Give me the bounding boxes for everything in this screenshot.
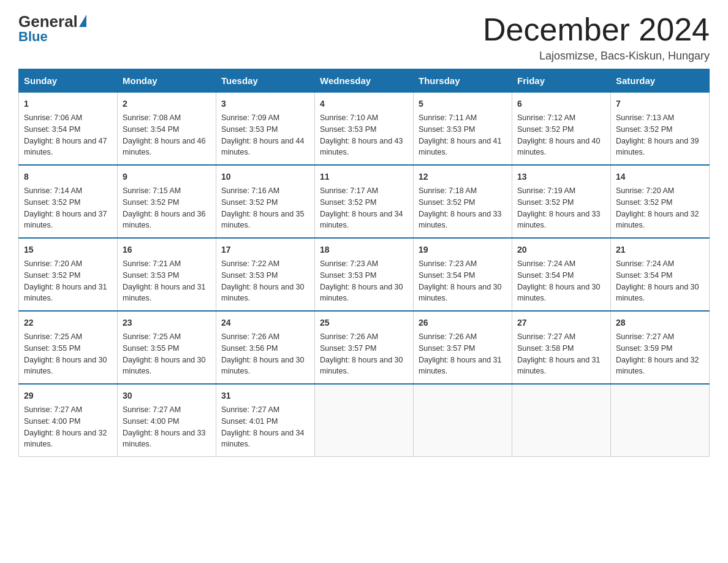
calendar-table: SundayMondayTuesdayWednesdayThursdayFrid…: [18, 69, 710, 457]
day-number: 15: [24, 243, 112, 256]
day-number: 19: [419, 243, 507, 256]
calendar-week-row: 29Sunrise: 7:27 AMSunset: 4:00 PMDayligh…: [19, 384, 710, 457]
sunset-text: Sunset: 3:52 PM: [24, 198, 80, 207]
calendar-cell: 22Sunrise: 7:25 AMSunset: 3:55 PMDayligh…: [19, 311, 118, 384]
page-header: General Blue December 2024 Lajosmizse, B…: [18, 12, 710, 63]
sunset-text: Sunset: 3:53 PM: [123, 271, 179, 280]
daylight-text: Daylight: 8 hours and 30 minutes.: [419, 283, 502, 303]
sunset-text: Sunset: 3:54 PM: [517, 271, 574, 280]
sunset-text: Sunset: 3:57 PM: [320, 344, 376, 353]
day-number: 9: [123, 170, 211, 183]
sunrise-text: Sunrise: 7:27 AM: [221, 405, 279, 414]
sunset-text: Sunset: 3:53 PM: [419, 125, 475, 134]
daylight-text: Daylight: 8 hours and 47 minutes.: [24, 137, 107, 157]
daylight-text: Daylight: 8 hours and 31 minutes.: [123, 283, 206, 303]
sunset-text: Sunset: 3:55 PM: [24, 344, 80, 353]
weekday-header-row: SundayMondayTuesdayWednesdayThursdayFrid…: [19, 69, 710, 93]
sunset-text: Sunset: 3:54 PM: [616, 271, 672, 280]
day-number: 3: [221, 98, 309, 110]
daylight-text: Daylight: 8 hours and 31 minutes.: [517, 356, 601, 376]
daylight-text: Daylight: 8 hours and 34 minutes.: [221, 429, 305, 449]
sunrise-text: Sunrise: 7:20 AM: [24, 259, 82, 268]
calendar-cell: 24Sunrise: 7:26 AMSunset: 3:56 PMDayligh…: [216, 311, 315, 384]
weekday-header-thursday: Thursday: [414, 69, 512, 93]
sunset-text: Sunset: 3:54 PM: [24, 125, 80, 134]
sunrise-text: Sunrise: 7:26 AM: [320, 332, 378, 341]
sunrise-text: Sunrise: 7:17 AM: [320, 186, 378, 195]
daylight-text: Daylight: 8 hours and 30 minutes.: [320, 356, 403, 376]
day-number: 4: [320, 98, 408, 110]
calendar-cell: 31Sunrise: 7:27 AMSunset: 4:01 PMDayligh…: [216, 384, 315, 457]
calendar-cell: 28Sunrise: 7:27 AMSunset: 3:59 PMDayligh…: [611, 311, 710, 384]
calendar-cell: [512, 384, 611, 457]
daylight-text: Daylight: 8 hours and 37 minutes.: [24, 210, 107, 230]
sunrise-text: Sunrise: 7:23 AM: [320, 259, 378, 268]
calendar-cell: 1Sunrise: 7:06 AMSunset: 3:54 PMDaylight…: [19, 93, 118, 166]
day-number: 6: [517, 98, 605, 110]
sunset-text: Sunset: 3:57 PM: [419, 344, 475, 353]
daylight-text: Daylight: 8 hours and 39 minutes.: [616, 137, 699, 157]
sunset-text: Sunset: 3:53 PM: [221, 271, 278, 280]
calendar-cell: 13Sunrise: 7:19 AMSunset: 3:52 PMDayligh…: [512, 165, 611, 238]
calendar-cell: 8Sunrise: 7:14 AMSunset: 3:52 PMDaylight…: [19, 165, 118, 238]
weekday-header-wednesday: Wednesday: [315, 69, 414, 93]
day-number: 5: [419, 98, 507, 110]
daylight-text: Daylight: 8 hours and 43 minutes.: [320, 137, 403, 157]
day-number: 18: [320, 243, 408, 256]
sunset-text: Sunset: 3:54 PM: [419, 271, 475, 280]
sunrise-text: Sunrise: 7:18 AM: [419, 186, 477, 195]
weekday-header-saturday: Saturday: [611, 69, 710, 93]
calendar-cell: 11Sunrise: 7:17 AMSunset: 3:52 PMDayligh…: [315, 165, 414, 238]
logo: General Blue: [18, 12, 86, 45]
sunrise-text: Sunrise: 7:25 AM: [24, 332, 82, 341]
sunrise-text: Sunrise: 7:11 AM: [419, 113, 477, 122]
sunset-text: Sunset: 3:54 PM: [123, 125, 179, 134]
calendar-cell: [414, 384, 512, 457]
day-number: 26: [419, 316, 507, 329]
sunrise-text: Sunrise: 7:25 AM: [123, 332, 181, 341]
month-title: December 2024: [483, 12, 710, 47]
daylight-text: Daylight: 8 hours and 30 minutes.: [221, 356, 305, 376]
sunset-text: Sunset: 3:59 PM: [616, 344, 672, 353]
daylight-text: Daylight: 8 hours and 30 minutes.: [320, 283, 403, 303]
day-number: 7: [616, 98, 704, 110]
day-number: 27: [517, 316, 605, 329]
sunrise-text: Sunrise: 7:23 AM: [419, 259, 477, 268]
sunset-text: Sunset: 3:53 PM: [320, 271, 376, 280]
daylight-text: Daylight: 8 hours and 32 minutes.: [24, 429, 107, 449]
daylight-text: Daylight: 8 hours and 30 minutes.: [221, 283, 305, 303]
daylight-text: Daylight: 8 hours and 30 minutes.: [123, 356, 206, 376]
sunrise-text: Sunrise: 7:08 AM: [123, 113, 181, 122]
sunrise-text: Sunrise: 7:27 AM: [517, 332, 575, 341]
sunset-text: Sunset: 3:52 PM: [320, 198, 376, 207]
sunrise-text: Sunrise: 7:14 AM: [24, 186, 82, 195]
day-number: 22: [24, 316, 112, 329]
calendar-cell: 9Sunrise: 7:15 AMSunset: 3:52 PMDaylight…: [118, 165, 216, 238]
calendar-cell: 20Sunrise: 7:24 AMSunset: 3:54 PMDayligh…: [512, 238, 611, 311]
day-number: 11: [320, 170, 408, 183]
sunset-text: Sunset: 4:00 PM: [123, 417, 179, 426]
calendar-cell: 5Sunrise: 7:11 AMSunset: 3:53 PMDaylight…: [414, 93, 512, 166]
sunrise-text: Sunrise: 7:26 AM: [221, 332, 279, 341]
sunrise-text: Sunrise: 7:13 AM: [616, 113, 674, 122]
daylight-text: Daylight: 8 hours and 40 minutes.: [517, 137, 601, 157]
sunset-text: Sunset: 4:00 PM: [24, 417, 80, 426]
daylight-text: Daylight: 8 hours and 30 minutes.: [517, 283, 601, 303]
weekday-header-monday: Monday: [118, 69, 216, 93]
sunset-text: Sunset: 3:55 PM: [123, 344, 179, 353]
day-number: 1: [24, 98, 112, 110]
calendar-cell: [315, 384, 414, 457]
calendar-week-row: 8Sunrise: 7:14 AMSunset: 3:52 PMDaylight…: [19, 165, 710, 238]
weekday-header-sunday: Sunday: [19, 69, 118, 93]
daylight-text: Daylight: 8 hours and 41 minutes.: [419, 137, 502, 157]
calendar-cell: 23Sunrise: 7:25 AMSunset: 3:55 PMDayligh…: [118, 311, 216, 384]
sunset-text: Sunset: 4:01 PM: [221, 417, 278, 426]
day-number: 30: [123, 389, 211, 402]
day-number: 25: [320, 316, 408, 329]
calendar-cell: 27Sunrise: 7:27 AMSunset: 3:58 PMDayligh…: [512, 311, 611, 384]
daylight-text: Daylight: 8 hours and 35 minutes.: [221, 210, 305, 230]
calendar-cell: 18Sunrise: 7:23 AMSunset: 3:53 PMDayligh…: [315, 238, 414, 311]
sunrise-text: Sunrise: 7:27 AM: [123, 405, 181, 414]
day-number: 8: [24, 170, 112, 183]
sunrise-text: Sunrise: 7:22 AM: [221, 259, 279, 268]
